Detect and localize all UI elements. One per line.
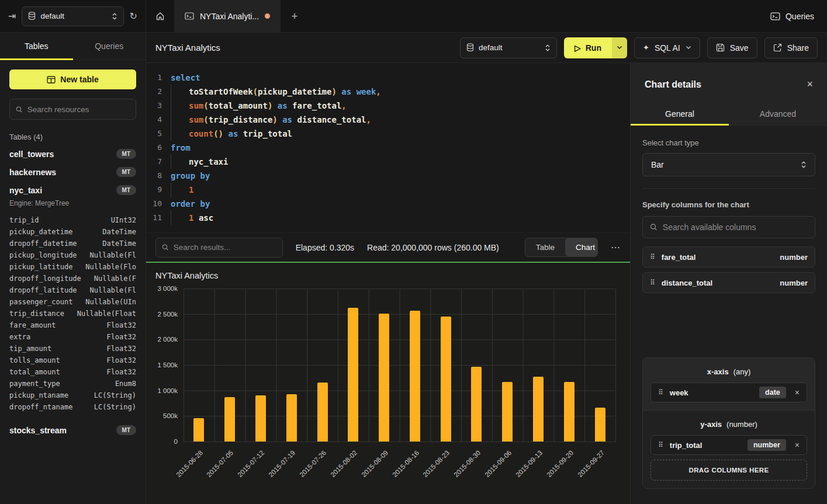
bar[interactable] [379, 314, 389, 442]
chevron-updown-icon [112, 12, 117, 20]
table-row-nyc-taxi[interactable]: nyc_taxi MT [0, 181, 146, 199]
indent-guide [171, 155, 189, 169]
column-row[interactable]: pickup_ntanameLC(String) [0, 390, 146, 401]
tab-advanced[interactable]: Advanced [729, 102, 827, 125]
home-icon [155, 12, 165, 21]
column-row[interactable]: passenger_countNullable(UIn [0, 296, 146, 308]
more-options-icon[interactable]: ⋯ [611, 242, 621, 253]
column-type: Nullable(Fl [90, 249, 136, 261]
toggle-table[interactable]: Table [525, 238, 565, 256]
tab-nytaxi-analytics[interactable]: NYTaxi Analyti... [174, 0, 281, 32]
column-chip-week[interactable]: ⠿weekdate× [650, 383, 807, 402]
unsaved-dot [265, 13, 270, 19]
share-icon [773, 43, 782, 52]
chevron-updown-icon [801, 161, 807, 169]
tab-general[interactable]: General [631, 102, 729, 125]
column-row[interactable]: dropoff_longitudeNullable(F [0, 273, 146, 284]
topbar-right[interactable]: Queries [770, 0, 827, 32]
column-row[interactable]: extraFloat32 [0, 331, 146, 343]
column-chip-trip_total[interactable]: ⠿trip_totalnumber× [650, 435, 807, 455]
bar[interactable] [471, 367, 482, 442]
column-row[interactable]: payment_typeEnum8 [0, 378, 146, 390]
code-token: nyc_taxi [189, 155, 228, 169]
refresh-icon[interactable]: ↻ [130, 12, 137, 21]
table-row-hackernews[interactable]: hackernews MT [0, 163, 146, 181]
bar[interactable] [533, 377, 544, 442]
columns-search-input[interactable] [663, 223, 808, 232]
query-database-selector[interactable]: default [460, 37, 557, 58]
toggle-chart[interactable]: Chart [565, 238, 598, 256]
bar[interactable] [441, 317, 451, 442]
column-row[interactable]: trip_idUInt32 [0, 214, 146, 226]
run-button[interactable]: ▷ Run [564, 37, 612, 58]
query-title: NYTaxi Analytics [155, 43, 220, 53]
column-row[interactable]: trip_distanceNullable(Float [0, 308, 146, 319]
bar[interactable] [255, 395, 266, 442]
close-icon[interactable]: × [807, 78, 813, 91]
table-row-cell-towers[interactable]: cell_towers MT [0, 145, 146, 163]
new-table-button[interactable]: New table [9, 69, 136, 89]
share-button[interactable]: Share [764, 37, 818, 58]
code-text: count() as trip_total [171, 127, 292, 141]
table-row-stocks-stream[interactable]: stocks_stream MT [0, 421, 146, 439]
code-token: distance_total [297, 113, 366, 127]
chevron-down-icon [686, 46, 691, 50]
bar[interactable] [224, 397, 235, 442]
collapse-sidebar-icon[interactable]: ⇥ [8, 12, 16, 21]
bar[interactable] [317, 383, 328, 442]
new-tab-button[interactable]: + [281, 0, 309, 32]
column-row[interactable]: pickup_longitudeNullable(Fl [0, 249, 146, 261]
column-row[interactable]: dropoff_latitudeNullable(Fl [0, 284, 146, 296]
code-token [238, 127, 243, 141]
code-token: total_amount [209, 99, 268, 113]
bar[interactable] [410, 311, 420, 442]
drag-handle-icon[interactable]: ⠿ [650, 279, 655, 287]
tables-section-label: Tables (4) [9, 133, 136, 141]
tab-tables[interactable]: Tables [0, 33, 73, 60]
results-search[interactable] [155, 238, 283, 258]
column-row[interactable]: dropoff_datetimeDateTime [0, 238, 146, 249]
x-axis-label: x-axis [707, 367, 729, 376]
column-type: Nullable(F [94, 273, 136, 284]
database-name: default [479, 43, 503, 52]
drag-handle-icon[interactable]: ⠿ [658, 441, 663, 449]
column-chip-fare_total[interactable]: ⠿fare_totalnumber [642, 246, 815, 267]
remove-icon[interactable]: × [795, 440, 800, 450]
resource-search-input[interactable] [27, 105, 130, 114]
bar[interactable] [348, 308, 358, 442]
column-row[interactable]: pickup_latitudeNullable(Flo [0, 261, 146, 273]
bar[interactable] [564, 382, 575, 442]
column-row[interactable]: tolls_amountFloat32 [0, 354, 146, 366]
column-row[interactable]: fare_amountFloat32 [0, 319, 146, 331]
line-number: 6 [146, 141, 171, 155]
save-button[interactable]: Save [707, 37, 757, 58]
column-row[interactable]: dropoff_ntanameLC(String) [0, 401, 146, 413]
drop-zone[interactable]: DRAG COLUMNS HERE [650, 460, 807, 481]
column-chip-distance_total[interactable]: ⠿distance_totalnumber [642, 272, 815, 293]
code-token [193, 211, 198, 225]
resource-search[interactable] [9, 99, 136, 120]
column-row[interactable]: tip_amountFloat32 [0, 343, 146, 354]
home-button[interactable] [146, 0, 174, 32]
database-selector[interactable]: default [22, 6, 123, 26]
tab-queries[interactable]: Queries [73, 33, 146, 60]
drag-handle-icon[interactable]: ⠿ [650, 253, 655, 261]
column-name: fare_total [662, 253, 696, 262]
results-search-input[interactable] [174, 243, 276, 252]
column-row[interactable]: pickup_datetimeDateTime [0, 226, 146, 238]
bar[interactable] [595, 408, 605, 442]
bar[interactable] [286, 394, 297, 442]
bar[interactable] [193, 418, 204, 442]
bar[interactable] [502, 382, 513, 442]
remove-icon[interactable]: × [795, 388, 800, 397]
engine-badge: MT [116, 167, 136, 177]
sql-ai-button[interactable]: ✦ SQL AI [634, 37, 700, 58]
column-type: Float32 [106, 319, 136, 331]
chart-type-select[interactable]: Bar [642, 153, 815, 176]
run-options-button[interactable] [612, 37, 627, 58]
columns-search[interactable] [642, 216, 815, 238]
column-row[interactable]: total_amountFloat32 [0, 366, 146, 378]
sql-editor[interactable]: 1select2toStartOfWeek(pickup_datetime) a… [146, 63, 630, 232]
line-number: 5 [146, 127, 171, 141]
drag-handle-icon[interactable]: ⠿ [658, 388, 663, 397]
